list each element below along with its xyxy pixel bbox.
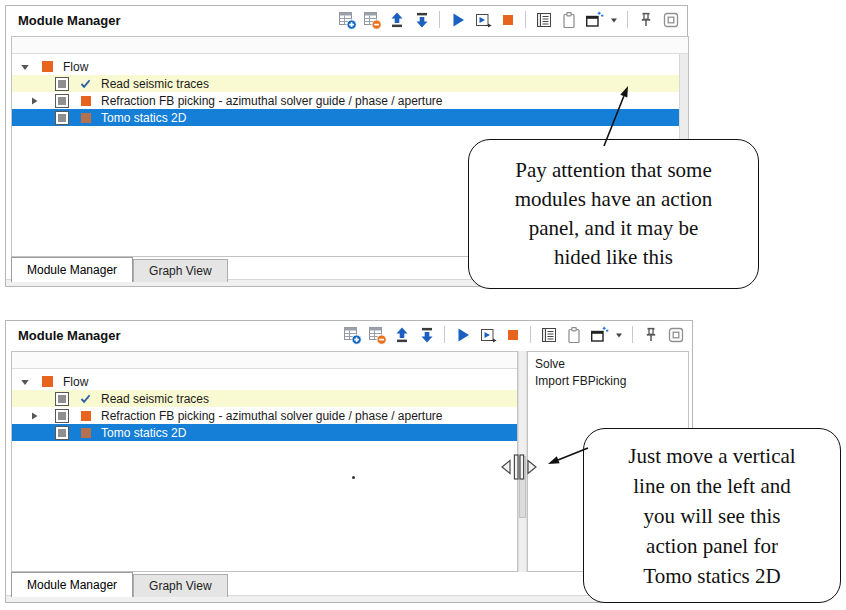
tree-row-flow[interactable]: Flow xyxy=(12,58,679,75)
module-checkbox[interactable] xyxy=(55,77,69,91)
expand-icon[interactable] xyxy=(29,96,39,106)
collapse-icon[interactable] xyxy=(20,377,30,387)
toolbar-separator xyxy=(444,326,445,343)
clipboard-icon xyxy=(564,325,584,345)
clipboard-button[interactable] xyxy=(558,9,579,30)
tree-row-tomo-statics-2d[interactable]: Tomo statics 2D xyxy=(12,109,679,126)
flow-label: Flow xyxy=(63,60,88,74)
flow-log-button[interactable] xyxy=(533,9,554,30)
chevron-down-icon xyxy=(614,330,624,340)
flow-label: Flow xyxy=(63,375,88,389)
flow-log-button[interactable] xyxy=(538,324,559,345)
toolbar-separator xyxy=(632,326,633,343)
new-window-icon xyxy=(584,10,604,30)
bottom-tabs: Module Manager Graph View xyxy=(11,257,228,282)
clipboard-button[interactable] xyxy=(563,324,584,345)
expander-spacer xyxy=(29,428,39,438)
muted-square-icon xyxy=(81,113,91,123)
pin-button[interactable] xyxy=(635,9,656,30)
play-icon xyxy=(448,10,468,30)
tree-row-flow[interactable]: Flow xyxy=(12,373,517,390)
document-list-icon xyxy=(539,325,559,345)
callout-line: Just move a vertical xyxy=(584,441,840,471)
tree-row-tomo-statics-2d[interactable]: Tomo statics 2D xyxy=(12,424,517,441)
expand-icon[interactable] xyxy=(29,411,39,421)
document-list-icon xyxy=(534,10,554,30)
module-label: Tomo statics 2D xyxy=(101,426,186,440)
move-down-icon xyxy=(412,10,432,30)
callout-line: modules have an action xyxy=(469,185,758,214)
remove-module-button[interactable] xyxy=(366,324,387,345)
module-checkbox[interactable] xyxy=(55,426,69,440)
muted-square-icon xyxy=(81,428,91,438)
tab-module-manager[interactable]: Module Manager xyxy=(11,257,133,282)
tree-row-refraction-fb-picking[interactable]: Refraction FB picking - azimuthal solver… xyxy=(12,92,679,109)
chevron-down-icon xyxy=(609,15,619,25)
run-interactive-button[interactable] xyxy=(472,9,493,30)
callout-action-panel-hidden: Pay attention that some modules have an … xyxy=(468,139,759,289)
new-window-button[interactable] xyxy=(588,324,609,345)
move-down-button[interactable] xyxy=(416,324,437,345)
move-down-button[interactable] xyxy=(411,9,432,30)
module-checkbox[interactable] xyxy=(55,94,69,108)
run-interactive-button[interactable] xyxy=(477,324,498,345)
tree-row-refraction-fb-picking[interactable]: Refraction FB picking - azimuthal solver… xyxy=(12,407,517,424)
module-checkbox[interactable] xyxy=(55,392,69,406)
flow-square-icon xyxy=(42,61,53,72)
module-checkbox[interactable] xyxy=(55,111,69,125)
toolbar-separator xyxy=(627,11,628,28)
move-up-button[interactable] xyxy=(391,324,412,345)
tab-module-manager[interactable]: Module Manager xyxy=(11,572,133,597)
callout-line: panel, and it may be xyxy=(469,214,758,243)
float-icon xyxy=(666,325,686,345)
new-window-dropdown-button[interactable] xyxy=(608,9,620,30)
play-icon xyxy=(453,325,473,345)
action-item-solve[interactable]: Solve xyxy=(528,355,688,372)
toolbar-separator xyxy=(439,11,440,28)
add-module-button[interactable] xyxy=(336,9,357,30)
orange-square-icon xyxy=(81,411,91,421)
action-item-import-fbpicking[interactable]: Import FBPicking xyxy=(528,372,688,389)
tab-graph-view[interactable]: Graph View xyxy=(133,574,227,597)
panel-title: Module Manager xyxy=(18,328,121,343)
collapse-icon[interactable] xyxy=(20,62,30,72)
remove-module-button[interactable] xyxy=(361,9,382,30)
expander-spacer xyxy=(29,394,39,404)
float-button[interactable] xyxy=(665,324,686,345)
pin-icon xyxy=(636,10,656,30)
module-label: Refraction FB picking - azimuthal solver… xyxy=(101,94,443,108)
remove-module-icon xyxy=(367,325,387,345)
new-window-icon xyxy=(589,325,609,345)
check-icon xyxy=(79,392,92,405)
tree-row-read-seismic-traces[interactable]: Read seismic traces xyxy=(12,390,517,407)
stray-dot xyxy=(352,476,355,479)
new-window-dropdown-button[interactable] xyxy=(613,324,625,345)
move-up-icon xyxy=(387,10,407,30)
callout-line: line on the left and xyxy=(584,471,840,501)
clipboard-icon xyxy=(559,10,579,30)
tab-graph-view[interactable]: Graph View xyxy=(133,259,227,282)
add-module-icon xyxy=(337,10,357,30)
float-button[interactable] xyxy=(660,9,681,30)
expander-spacer xyxy=(29,79,39,89)
move-down-icon xyxy=(417,325,437,345)
pin-button[interactable] xyxy=(640,324,661,345)
stop-button[interactable] xyxy=(497,9,518,30)
add-module-icon xyxy=(342,325,362,345)
float-icon xyxy=(661,10,681,30)
move-up-button[interactable] xyxy=(386,9,407,30)
add-module-button[interactable] xyxy=(341,324,362,345)
flow-tree: Flow Read seismic traces Refraction FB p… xyxy=(11,351,518,572)
horizontal-resize-cursor-icon xyxy=(501,454,537,480)
module-checkbox[interactable] xyxy=(55,409,69,423)
run-button[interactable] xyxy=(447,9,468,30)
module-label: Read seismic traces xyxy=(101,392,209,406)
tree-header-strip xyxy=(12,352,517,369)
move-up-icon xyxy=(392,325,412,345)
stop-button[interactable] xyxy=(502,324,523,345)
run-button[interactable] xyxy=(452,324,473,345)
flow-square-icon xyxy=(42,376,53,387)
tree-row-read-seismic-traces[interactable]: Read seismic traces xyxy=(12,75,679,92)
bottom-tabs: Module Manager Graph View xyxy=(11,572,228,597)
new-window-button[interactable] xyxy=(583,9,604,30)
